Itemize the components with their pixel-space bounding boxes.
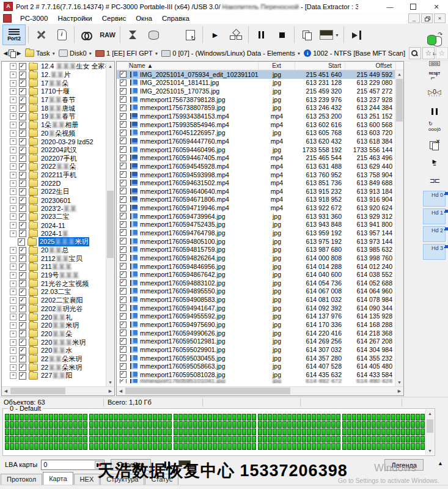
file-checkbox[interactable] <box>120 79 127 86</box>
table-row[interactable]: mmexport1759934384153.mp4mp4613 253 2006… <box>117 112 395 120</box>
reset-button[interactable]: 1↓0|00|RESET <box>425 54 444 70</box>
scroll-right-icon[interactable]: ▶ <box>106 387 114 395</box>
tree-item-checkbox[interactable] <box>19 79 26 87</box>
tree-item[interactable]: +2023二宝 <box>2 213 106 221</box>
tab-HEX[interactable]: HEX <box>74 474 100 485</box>
tree-item[interactable]: +2112某某宝贝 <box>2 254 106 263</box>
table-row[interactable]: IMG_20251014_075934_edit_102391101511...… <box>117 70 395 79</box>
file-checkbox[interactable] <box>120 88 127 95</box>
scroll-left-icon[interactable]: ◀ <box>2 387 10 395</box>
file-checkbox[interactable] <box>120 271 127 278</box>
table-row[interactable]: mmexport1760594593998.mp4mp4613 760 9526… <box>117 171 395 179</box>
tree-item[interactable]: +2202某玥光谷 <box>2 304 106 313</box>
menu-item-Настройки[interactable]: Настройки <box>53 13 97 24</box>
expand-icon[interactable]: + <box>10 331 17 337</box>
tree-item[interactable]: +22.03二宝 <box>2 288 106 296</box>
table-row[interactable]: mmexport1760594671806.mp4mp4613 918 9526… <box>117 196 395 204</box>
tree-horizontal-scrollbar[interactable]: ◀ ▶ <box>2 386 114 395</box>
minimize-button[interactable]: — <box>378 0 402 13</box>
tree-item-checkbox[interactable] <box>19 297 26 304</box>
close-button[interactable]: × <box>425 0 448 13</box>
expand-icon[interactable]: + <box>10 222 17 229</box>
process-queue-button[interactable] <box>123 25 142 45</box>
table-row[interactable]: mmexport1760594883102.jpgjpg614 054 7366… <box>117 279 395 287</box>
tree-item[interactable]: +2022D <box>2 179 106 188</box>
expand-icon[interactable]: + <box>10 213 17 220</box>
expand-icon[interactable]: + <box>10 172 17 178</box>
expand-icon[interactable]: + <box>10 122 17 128</box>
expand-icon[interactable]: + <box>10 263 17 270</box>
expand-icon[interactable]: + <box>10 289 17 295</box>
table-row[interactable]: mmexport1756738807859.jpgjpg613 246 4326… <box>117 104 395 112</box>
file-checkbox[interactable] <box>120 254 127 261</box>
tree-item[interactable]: +211某某某 <box>2 263 106 271</box>
column-header-name[interactable]: Name ▲ <box>129 62 259 70</box>
file-checkbox[interactable] <box>120 196 127 203</box>
menu-item-Сервис[interactable]: Сервис <box>97 13 131 24</box>
table-row[interactable]: mmexport1760594719946.mp4mp4613 922 6726… <box>117 204 395 212</box>
hd1-button[interactable]: Hd 1 <box>423 208 446 224</box>
mdi-minimize-button[interactable]: _ <box>408 13 420 23</box>
tree-item-checkbox[interactable] <box>19 347 26 355</box>
file-checkbox[interactable] <box>120 171 127 178</box>
expand-icon[interactable]: + <box>10 372 17 379</box>
tree-hscroll-thumb[interactable] <box>10 388 65 394</box>
breadcrumb-filesystem[interactable]: i 1002 - NTFS [Base MFT Scan] <box>304 50 405 57</box>
tree-item[interactable]: +19某某春节 <box>2 112 106 121</box>
tree-item-checkbox[interactable] <box>19 330 26 337</box>
file-checkbox[interactable] <box>120 105 127 111</box>
table-row[interactable]: mmexport1760594467405.mp4mp4215 465 5442… <box>117 153 395 162</box>
sector-map[interactable] <box>5 414 425 454</box>
tree-item-checkbox[interactable] <box>19 255 26 262</box>
expand-icon[interactable]: + <box>10 63 17 70</box>
collapse-panel-button[interactable]: ▲ <box>438 460 443 466</box>
expand-icon[interactable]: + <box>10 180 17 187</box>
expand-icon[interactable]: + <box>10 256 17 262</box>
file-checkbox[interactable] <box>120 146 127 153</box>
preview-button[interactable]: ▼ <box>318 25 341 45</box>
file-checkbox[interactable] <box>120 155 127 161</box>
loop-command-button[interactable]: ↻ooo|ō <box>425 119 444 134</box>
tree-item[interactable]: +227某某阳 <box>2 372 106 380</box>
table-row[interactable]: mmexport1756738798128.jpgjpg613 239 9766… <box>117 95 395 104</box>
copy-selection-button[interactable] <box>297 25 317 45</box>
expand-icon[interactable]: + <box>10 347 17 354</box>
expand-icon[interactable]: + <box>10 356 17 362</box>
tree-item-checkbox[interactable] <box>18 238 25 246</box>
file-checkbox[interactable] <box>120 180 127 186</box>
tree-item[interactable]: +220某某礼 <box>2 313 106 322</box>
expand-icon[interactable]: + <box>10 297 17 304</box>
tree-item-checkbox[interactable] <box>19 105 26 112</box>
file-checkbox[interactable] <box>120 229 127 236</box>
nav-back-button[interactable]: ◀ <box>2 48 9 59</box>
tree-item[interactable]: +2023'2-某某 <box>2 204 106 213</box>
tree-item-checkbox[interactable] <box>19 180 26 187</box>
expand-icon[interactable]: + <box>10 113 17 120</box>
tree-item-checkbox[interactable] <box>19 230 26 237</box>
table-row[interactable]: mmexport1760594895550.jpgjpg614 067 0086… <box>117 287 395 296</box>
file-checkbox[interactable] <box>120 246 127 253</box>
breadcrumb-volume[interactable]: 0 [07] - (Windows/Linux) Data - Elements… <box>161 50 301 57</box>
tree-item-checkbox[interactable] <box>19 247 26 254</box>
table-row[interactable]: mmexport1760594739964.jpgjpg613 931 3606… <box>117 212 395 221</box>
exit-button[interactable] <box>347 25 366 45</box>
file-checkbox[interactable] <box>120 363 127 370</box>
restart-task-button[interactable]: ↻ <box>180 25 200 45</box>
expand-icon[interactable]: + <box>10 88 17 95</box>
tree-item-checkbox[interactable] <box>19 305 26 312</box>
scroll-down-icon[interactable]: ▼ <box>426 447 434 455</box>
tree-item[interactable]: +20某朵视频 <box>2 129 106 138</box>
table-row[interactable]: mmexport1760594815759.jpgjpg613 987 6806… <box>117 245 395 254</box>
file-checkbox[interactable] <box>120 346 127 353</box>
hd0-button[interactable]: Hd 0 <box>423 191 446 207</box>
table-row[interactable]: mmexport1760595058663.jpgjpg614 407 5286… <box>117 362 395 370</box>
raw-view-button[interactable]: RAW <box>98 25 117 45</box>
column-header-ext[interactable]: Ext <box>259 62 295 70</box>
breadcrumb-disk[interactable]: Disk0▼ <box>59 50 92 57</box>
file-vertical-scrollbar[interactable]: ▲ ▼ <box>395 70 403 386</box>
file-checkbox[interactable] <box>120 163 127 169</box>
expand-icon[interactable]: + <box>10 97 17 103</box>
file-checkbox[interactable] <box>120 288 127 295</box>
file-checkbox[interactable] <box>120 130 127 136</box>
file-checkbox[interactable] <box>120 279 127 286</box>
